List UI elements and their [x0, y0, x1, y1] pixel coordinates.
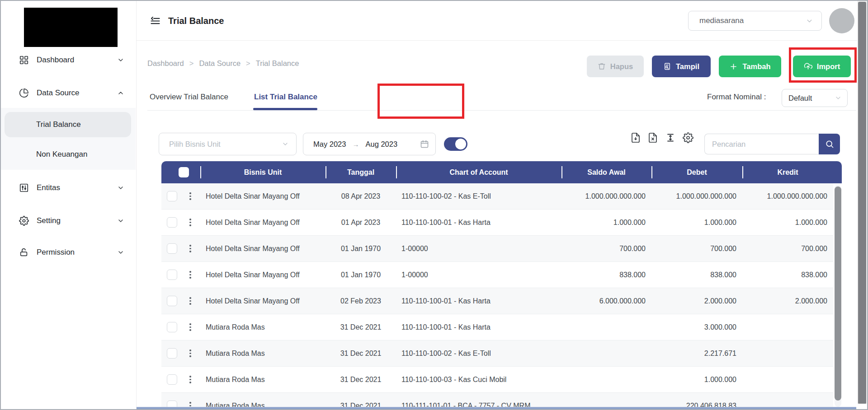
tambah-button[interactable]: Tambah — [719, 56, 781, 77]
report-search-icon — [663, 62, 671, 70]
cell-bisnis-unit: Hotel Delta Sinar Mayang Off — [200, 210, 326, 235]
sidebar-item-setting[interactable]: Setting — [9, 211, 131, 231]
sidebar-item-non-keuangan[interactable]: Non Keuangan — [5, 142, 131, 167]
cell-kredit: 2.000.000 — [742, 288, 833, 314]
row-menu-kebab-icon[interactable] — [187, 349, 193, 357]
breadcrumb-dashboard[interactable]: Dashboard — [147, 59, 184, 68]
date-from-value: May 2023 — [313, 140, 346, 149]
row-checkbox[interactable] — [167, 374, 177, 385]
cell-chart-of-account: 110-110-100-03 - Kas Cuci Mobil — [396, 367, 561, 392]
tabs-divider — [147, 110, 856, 111]
chevron-down-icon — [117, 184, 124, 191]
export-pdf-icon[interactable] — [630, 132, 641, 143]
chevron-down-icon — [117, 249, 124, 256]
page-scrollbar-thumb[interactable] — [858, 2, 866, 404]
search-button[interactable] — [819, 134, 840, 154]
table-settings-icon[interactable] — [683, 132, 693, 143]
date-range-picker[interactable]: May 2023 → Aug 2023 — [303, 133, 436, 155]
cell-tanggal: 01 Jan 1970 — [326, 262, 396, 288]
chevron-down-icon — [282, 140, 289, 148]
row-checkbox[interactable] — [167, 217, 177, 228]
column-header-bisnis-unit[interactable]: Bisnis Unit — [200, 161, 326, 183]
breadcrumb-data-source[interactable]: Data Source — [199, 59, 241, 68]
row-menu-kebab-icon[interactable] — [187, 192, 193, 200]
trial-balance-table: Bisnis Unit Tanggal Chart of Account Sal… — [161, 161, 842, 410]
row-checkbox[interactable] — [167, 243, 177, 254]
cell-bisnis-unit: Hotel Delta Sinar Mayang Off — [200, 183, 326, 209]
chevron-down-icon — [117, 217, 124, 224]
row-menu-kebab-icon[interactable] — [187, 271, 193, 279]
tampil-button[interactable]: Tampil — [652, 56, 711, 77]
table-row: Hotel Delta Sinar Mayang Off 01 Apr 2023… — [161, 210, 833, 236]
row-checkbox[interactable] — [167, 296, 177, 306]
breadcrumb-trial-balance: Trial Balance — [256, 59, 299, 68]
tampil-label: Tampil — [676, 62, 699, 71]
unlock-icon — [19, 247, 29, 257]
select-all-checkbox[interactable] — [179, 167, 189, 177]
trash-icon — [598, 62, 606, 70]
cell-saldo-awal: 700.000 — [561, 236, 651, 261]
row-checkbox[interactable] — [167, 270, 177, 280]
format-nominal-value: Default — [788, 94, 812, 102]
filter-toggle[interactable] — [444, 137, 467, 151]
workspace-select[interactable]: mediasarana — [688, 11, 822, 31]
date-to-value: Aug 2023 — [365, 140, 397, 149]
search-icon — [825, 140, 834, 149]
row-menu-kebab-icon[interactable] — [187, 376, 193, 383]
sidebar-item-label: Setting — [37, 216, 61, 225]
sidebar-collapse-icon[interactable] — [149, 15, 161, 27]
sidebar-item-entitas[interactable]: Entitas — [9, 178, 131, 198]
user-avatar[interactable] — [829, 8, 854, 33]
cell-kredit: 838.000 — [742, 262, 833, 288]
cell-bisnis-unit: Mutiara Roda Mas — [200, 314, 326, 340]
table-row: Hotel Delta Sinar Mayang Off 02 Feb 2023… — [161, 288, 833, 314]
column-header-saldo-awal[interactable]: Saldo Awal — [561, 161, 651, 183]
column-header-tanggal[interactable]: Tanggal — [326, 161, 396, 183]
bisnis-unit-select[interactable]: Pilih Bisnis Unit — [159, 133, 297, 155]
cell-bisnis-unit: Hotel Delta Sinar Mayang Off — [200, 236, 326, 261]
search-input[interactable] — [704, 134, 819, 154]
breadcrumb: Dashboard > Data Source > Trial Balance — [147, 59, 299, 68]
cell-kredit: 1.000.000 — [742, 210, 833, 235]
sidebar-item-dashboard[interactable]: Dashboard — [9, 50, 131, 70]
tab-overview-trial-balance[interactable]: Overview Trial Balance — [150, 84, 228, 110]
hapus-button[interactable]: Hapus — [587, 56, 644, 77]
cell-kredit: 1.000.000.000.000 — [742, 183, 833, 209]
row-checkbox[interactable] — [167, 348, 177, 359]
cell-saldo-awal: 6.000.000.000 — [561, 288, 651, 314]
format-nominal-select[interactable]: Default — [782, 89, 848, 107]
sidebar-item-permission[interactable]: Permission — [9, 242, 131, 262]
sliders-icon — [19, 183, 29, 193]
cell-tanggal: 08 Apr 2023 — [326, 183, 396, 209]
dashboard-grid-icon — [19, 55, 29, 65]
export-excel-icon[interactable] — [647, 132, 658, 143]
cell-kredit: 700.000 — [742, 236, 833, 261]
column-header-kredit[interactable]: Kredit — [742, 161, 833, 183]
table-vertical-scrollbar-thumb[interactable] — [835, 186, 841, 401]
row-menu-kebab-icon[interactable] — [187, 219, 193, 226]
cell-chart-of-account: 110-110-100-01 - Kas Harta — [396, 314, 561, 340]
sidebar-item-label: Dashboard — [37, 56, 74, 65]
sidebar-item-trial-balance[interactable]: Trial Balance — [5, 112, 131, 137]
tab-list-trial-balance[interactable]: List Trial Balance — [254, 84, 317, 110]
row-menu-kebab-icon[interactable] — [187, 323, 193, 331]
row-menu-kebab-icon[interactable] — [187, 245, 193, 252]
page-scrollbar-track[interactable] — [857, 1, 867, 409]
app-logo — [24, 8, 118, 47]
row-checkbox[interactable] — [167, 191, 177, 201]
row-menu-kebab-icon[interactable] — [187, 297, 193, 305]
horizontal-scrollbar[interactable] — [137, 407, 856, 410]
plus-icon — [729, 62, 738, 71]
cell-kredit — [742, 340, 833, 366]
cell-debet: 2.217.671 — [651, 340, 742, 366]
tab-label: List Trial Balance — [254, 93, 317, 102]
cell-kredit — [742, 314, 833, 340]
sidebar-item-data-source[interactable]: Data Source — [9, 83, 131, 103]
row-checkbox[interactable] — [167, 322, 177, 332]
table-row: Hotel Delta Sinar Mayang Off 08 Apr 2023… — [161, 183, 833, 210]
column-header-debet[interactable]: Debet — [651, 161, 742, 183]
cell-kredit — [742, 367, 833, 392]
import-button[interactable]: Import — [793, 56, 851, 77]
row-height-icon[interactable] — [665, 132, 676, 143]
column-header-chart-of-account[interactable]: Chart of Account — [396, 161, 561, 183]
